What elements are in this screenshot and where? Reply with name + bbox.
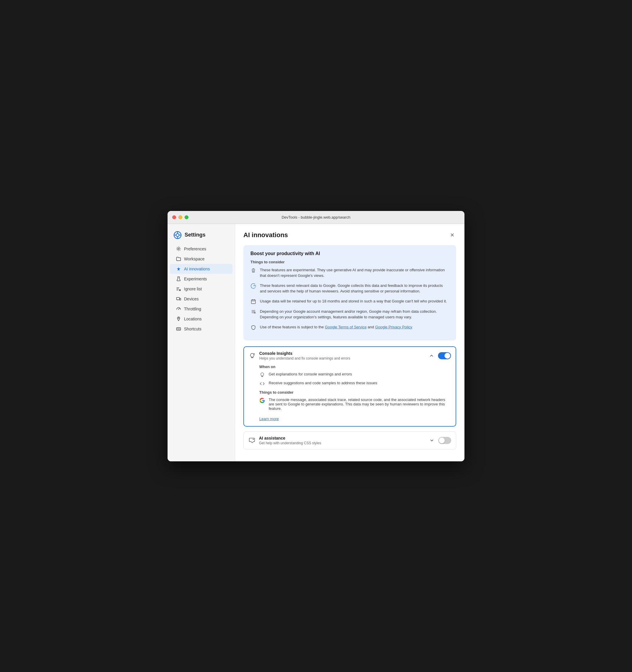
benefit-item-1: Receive suggestions and code samples to … [259,381,451,387]
google-icon-0 [250,283,256,289]
devices-icon [176,296,181,302]
chat-plus-icon [248,437,255,444]
info-item-1: These features send relevant data to Goo… [250,283,449,294]
info-card-heading: Boost your productivity with AI [250,251,449,256]
svg-rect-14 [180,298,181,300]
content-area: AI innovations ✕ Boost your productivity… [235,224,464,461]
ai-assistance-desc: Get help with understanding CSS styles [259,441,425,445]
info-item-text-2: Usage data will be retained for up to 18… [260,298,447,304]
benefit-item-0: Get explanations for console warnings an… [259,372,451,378]
benefit-text-1: Receive suggestions and code samples to … [269,381,377,385]
things-to-consider-label: Things to consider [250,260,449,264]
shortcuts-label: Shortcuts [184,327,201,331]
content-header: AI innovations ✕ [244,231,456,239]
ignore-list-label: Ignore list [184,287,202,291]
ai-assistance-header[interactable]: AI assistance Get help with understandin… [244,432,456,449]
main-content: Settings Preferences [168,224,464,461]
console-insights-desc: Helps you understand and fix console war… [259,356,425,360]
keyboard-icon [176,326,181,332]
shield-icon [250,325,256,330]
console-insights-card: Console Insights Helps you understand an… [244,346,456,427]
toggle-knob-2 [439,437,445,443]
collapse-chevron-icon[interactable] [429,353,434,359]
svg-rect-23 [177,329,178,330]
svg-point-17 [178,309,179,310]
info-card: Boost your productivity with AI Things t… [244,245,456,340]
svg-rect-21 [178,328,179,329]
svg-point-1 [176,234,179,237]
console-insights-controls [429,352,451,359]
sidebar-item-ai-innovations[interactable]: AI innovations [170,264,232,274]
page-title: AI innovations [244,231,288,239]
ai-innovations-label: AI innovations [184,267,210,271]
zoom-traffic-light[interactable] [185,215,188,219]
window-title: DevTools - bubble-jingle.web.app/search [282,215,350,219]
sidebar-item-devices[interactable]: Devices [170,294,232,304]
svg-rect-20 [177,328,178,329]
ai-assistance-card: AI assistance Get help with understandin… [244,431,456,450]
console-insights-expanded: When on Get explanations for console war… [244,364,456,426]
svg-point-18 [178,318,179,319]
sidebar-item-throttling[interactable]: Throttling [170,304,232,314]
sidebar-item-experiments[interactable]: Experiments [170,274,232,284]
folder-icon [176,256,181,262]
titlebar: DevTools - bubble-jingle.web.app/search [168,211,464,224]
when-on-label: When on [259,364,451,369]
info-item-text-0: These features are experimental. They us… [260,267,449,279]
svg-rect-22 [179,328,180,329]
google-icon-1 [259,398,265,403]
sidebar-heading: Settings [185,232,205,238]
learn-more-link[interactable]: Learn more [259,416,279,421]
traffic-lights [172,215,188,219]
minimize-traffic-light[interactable] [178,215,182,219]
info-item-text-4: Use of these features is subject to the … [260,324,412,330]
svg-rect-24 [178,329,180,330]
flask-icon [176,276,181,282]
brain-icon [250,267,256,273]
sidebar-item-shortcuts[interactable]: Shortcuts [170,324,232,334]
workspace-label: Workspace [184,257,205,261]
experiments-label: Experiments [184,277,207,281]
consideration-item-0: The console message, associated stack tr… [259,398,451,411]
ai-assistance-controls [429,437,451,444]
privacy-link[interactable]: Google Privacy Policy [375,325,412,329]
ai-assistance-name: AI assistance [259,436,425,440]
console-insights-toggle[interactable] [438,352,451,359]
info-item-2: Usage data will be retained for up to 18… [250,298,449,305]
sidebar: Settings Preferences [168,224,235,461]
code-icon [259,381,265,387]
info-item-0: These features are experimental. They us… [250,267,449,279]
svg-rect-13 [176,297,179,300]
consideration-text-0: The console message, associated stack tr… [269,398,451,411]
preferences-label: Preferences [184,246,206,251]
console-insights-text: Console Insights Helps you understand an… [259,351,425,360]
sidebar-item-ignore-list[interactable]: Ignore list [170,284,232,294]
info-item-text-1: These features send relevant data to Goo… [260,283,449,294]
sidebar-item-preferences[interactable]: Preferences [170,244,232,254]
ai-assistance-toggle[interactable] [438,437,451,444]
close-button[interactable]: ✕ [448,231,456,239]
sidebar-item-locations[interactable]: Locations [170,314,232,324]
pin-icon [176,316,181,321]
console-insights-header[interactable]: Console Insights Helps you understand an… [244,347,456,364]
list-x-icon [176,286,181,292]
sidebar-header: Settings [168,229,235,244]
things-to-consider-label-2: Things to consider [259,390,451,394]
sidebar-nav: Preferences Workspace [168,244,235,334]
lightbulb-plus-icon [249,352,256,359]
close-traffic-light[interactable] [172,215,176,219]
devices-label: Devices [184,296,199,301]
sidebar-item-workspace[interactable]: Workspace [170,254,232,264]
throttling-label: Throttling [184,307,201,311]
benefit-text-0: Get explanations for console warnings an… [269,372,352,376]
svg-rect-19 [176,328,180,330]
locations-label: Locations [184,317,202,321]
tos-link[interactable]: Google Terms of Service [325,325,366,329]
speedometer-icon [176,306,181,312]
info-item-text-3: Depending on your Google account managem… [260,309,449,320]
sparkle-icon [176,266,181,271]
gear-icon [176,246,181,251]
info-item-4: Use of these features is subject to the … [250,324,449,330]
expand-chevron-icon[interactable] [429,437,435,443]
svg-point-6 [178,248,179,249]
